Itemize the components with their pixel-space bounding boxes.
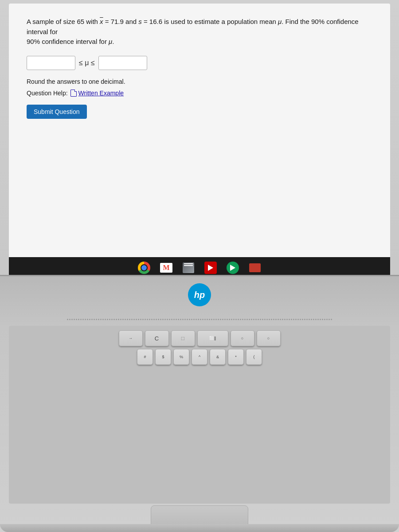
speaker-dot [167, 319, 168, 320]
play-green-icon-wrapper[interactable] [225, 260, 241, 276]
speaker-dot [295, 319, 297, 320]
lower-bound-input[interactable] [27, 56, 75, 70]
gmail-icon: M [160, 263, 172, 273]
key-circle-2[interactable]: ○ [257, 330, 281, 346]
key-open-paren[interactable]: ( [246, 349, 262, 365]
speaker-dot [313, 319, 314, 320]
speaker-dot [264, 319, 266, 320]
speaker-dot [169, 319, 170, 320]
speaker-dot [227, 319, 228, 320]
hp-logo: hp [188, 283, 211, 306]
speaker-dot [107, 319, 108, 320]
gmail-icon-wrapper[interactable]: M [158, 260, 174, 276]
speaker-dot [317, 319, 319, 320]
keyboard-row-1: → C ⬚ ⬜‖ ○ ○ [18, 330, 381, 346]
speaker-dot [204, 319, 206, 320]
key-window[interactable]: ⬚ [171, 330, 195, 346]
speaker-dot [320, 319, 321, 320]
answer-row: ≤ μ ≤ [27, 56, 372, 70]
speaker-dot [258, 319, 259, 320]
speaker-dot [229, 319, 230, 320]
speaker-dot [162, 319, 164, 320]
speaker-dot [275, 319, 277, 320]
key-dual-window[interactable]: ⬜‖ [197, 330, 228, 346]
key-caret[interactable]: ^ [192, 349, 207, 365]
speaker-dot [153, 319, 155, 320]
speaker-dot [178, 319, 179, 320]
speaker-dot [173, 319, 175, 320]
speaker-dot [251, 319, 252, 320]
speaker-dot [266, 319, 268, 320]
speaker-dot [136, 319, 137, 320]
key-asterisk[interactable]: * [228, 349, 244, 365]
confidence-line: 90% confidence interval for μ. [27, 38, 114, 45]
speaker-dot [160, 319, 161, 320]
key-percent[interactable]: % [173, 349, 189, 365]
speaker-dot [116, 319, 117, 320]
speaker-dot [224, 319, 226, 320]
key-circle-1[interactable]: ○ [231, 330, 254, 346]
speaker-dot [140, 319, 141, 320]
speaker-dot [180, 319, 181, 320]
laptop-bottom-bezel [0, 524, 399, 532]
speaker-dot [89, 319, 90, 320]
speaker-dot [309, 319, 310, 320]
redbox-icon-wrapper[interactable] [247, 260, 263, 276]
upper-bound-input[interactable] [98, 56, 147, 70]
speaker-dot [171, 319, 172, 320]
speaker-dot [80, 319, 82, 320]
speaker-dot [271, 319, 272, 320]
question-text-part2: = 71.9 and [103, 18, 139, 25]
s-symbol: s [138, 18, 142, 25]
speaker-dot [331, 319, 332, 320]
speaker-dot [209, 319, 210, 320]
speaker-dot [187, 319, 188, 320]
speaker-dot [269, 319, 270, 320]
speaker-dot [129, 319, 130, 320]
speaker-dot [302, 319, 303, 320]
submit-question-button[interactable]: Submit Question [27, 105, 87, 119]
speaker-dot [289, 319, 290, 320]
speaker-dot [127, 319, 128, 320]
speaker-dot [125, 319, 126, 320]
speaker-dot [202, 319, 203, 320]
speaker-dot [213, 319, 215, 320]
chrome-icon-wrapper[interactable] [136, 260, 152, 276]
speaker-dot [286, 319, 288, 320]
speaker-dot [71, 319, 73, 320]
hp-logo-area: hp [9, 276, 390, 311]
key-arrow[interactable]: → [119, 330, 143, 346]
speaker-dot [231, 319, 232, 320]
key-dollar[interactable]: $ [155, 349, 171, 365]
speaker-area: // render speaker dots [9, 313, 390, 326]
keyboard-row-2: # $ % ^ & * ( [18, 349, 381, 365]
key-ampersand[interactable]: & [210, 349, 226, 365]
speaker-dot [147, 319, 148, 320]
speaker-dot [249, 319, 250, 320]
speaker-dot [207, 319, 208, 320]
speaker-dot [87, 319, 88, 320]
files-icon-wrapper[interactable] [180, 260, 196, 276]
speaker-dot [291, 319, 292, 320]
speaker-dot [182, 319, 184, 320]
speaker-dot [200, 319, 201, 320]
speaker-dot [191, 319, 192, 320]
question-text-part3: = 16.6 is used to estimate a population … [142, 18, 278, 25]
written-example-link[interactable]: Written Example [70, 90, 124, 97]
question-help: Question Help: Written Example [27, 90, 372, 97]
play-icon-wrapper[interactable] [203, 260, 219, 276]
speaker-dot [189, 319, 190, 320]
speaker-dot [262, 319, 263, 320]
speaker-dot [306, 319, 308, 320]
speaker-dot [222, 319, 223, 320]
speaker-dot [149, 319, 150, 320]
speaker-dot [240, 319, 241, 320]
key-hash[interactable]: # [137, 349, 153, 365]
question-help-label: Question Help: [27, 90, 68, 97]
speaker-dot [109, 319, 110, 320]
speaker-dot [100, 319, 102, 320]
key-c[interactable]: C [145, 330, 169, 346]
speaker-dot [329, 319, 330, 320]
speaker-dot [255, 319, 257, 320]
chrome-icon [138, 262, 150, 274]
